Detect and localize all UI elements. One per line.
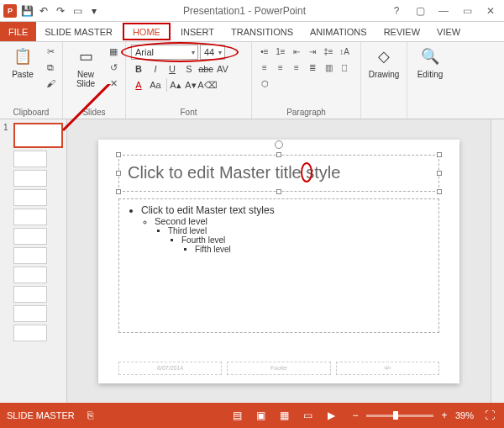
cut-icon[interactable]: ✂ <box>44 45 57 58</box>
layout-thumbnail[interactable] <box>13 286 47 303</box>
editing-button[interactable]: 🔍 Editing <box>412 45 448 79</box>
new-slide-button[interactable]: ▭ New Slide <box>68 45 103 88</box>
justify-button[interactable]: ≣ <box>305 61 320 74</box>
character-spacing-button[interactable]: AV <box>215 62 230 76</box>
tab-insert[interactable]: INSERT <box>172 22 223 41</box>
font-size-value: 44 <box>204 47 214 57</box>
footer-placeholder[interactable]: Footer <box>227 362 330 375</box>
numbering-button[interactable]: 1≡ <box>273 45 288 58</box>
align-right-button[interactable]: ≡ <box>289 61 304 74</box>
delete-icon[interactable]: ✕ <box>107 77 120 90</box>
slide-sorter-view-icon[interactable]: ▦ <box>277 408 292 423</box>
change-case-button[interactable]: Aa <box>148 78 163 92</box>
notes-button-icon[interactable]: ▤ <box>230 408 245 423</box>
shadow-button[interactable]: S <box>181 62 197 76</box>
layout-thumbnail[interactable] <box>13 247 47 264</box>
increase-indent-button[interactable]: ⇥ <box>305 45 320 58</box>
layout-thumbnail[interactable] <box>13 305 47 322</box>
layout-thumbnail[interactable] <box>13 209 47 225</box>
reset-icon[interactable]: ↺ <box>107 61 120 74</box>
grow-font-button[interactable]: A▴ <box>166 78 181 92</box>
window-title: Presentation1 - PowerPoint <box>101 5 388 17</box>
editing-label: Editing <box>417 70 444 79</box>
tab-home[interactable]: HOME <box>123 23 171 40</box>
body-level-1: Click to edit Master text styles <box>141 204 430 216</box>
group-editing: 🔍 Editing <box>407 42 453 119</box>
tab-animations[interactable]: ANIMATIONS <box>302 22 375 41</box>
zoom-in-button[interactable]: + <box>437 408 452 423</box>
layout-thumbnail[interactable] <box>13 325 47 341</box>
align-left-button[interactable]: ≡ <box>257 61 272 74</box>
zoom-slider[interactable] <box>366 415 433 417</box>
convert-smartart-button[interactable]: ⬡ <box>257 77 272 90</box>
help-icon[interactable]: ? <box>388 3 405 19</box>
align-text-button[interactable]: ⎕ <box>337 61 352 74</box>
qat-customize-icon[interactable]: ▾ <box>87 4 101 18</box>
save-icon[interactable]: 💾 <box>20 4 34 18</box>
close-master-view-icon[interactable]: ⎘ <box>83 408 98 423</box>
text-direction-button[interactable]: ↕A <box>337 45 352 58</box>
line-spacing-button[interactable]: ‡≡ <box>321 45 336 58</box>
normal-view-icon[interactable]: ▣ <box>254 408 269 423</box>
bold-button[interactable]: B <box>131 62 146 76</box>
decrease-indent-button[interactable]: ⇤ <box>289 45 304 58</box>
title-placeholder[interactable]: Click to edit Master title style <box>118 155 439 192</box>
vertical-scrollbar[interactable] <box>491 119 504 403</box>
group-font: Arial 44 B I U S abc AV A Aa A▴ A▾ A⌫ Fo… <box>126 42 252 119</box>
master-thumbnail[interactable] <box>13 123 63 148</box>
tab-review[interactable]: REVIEW <box>375 22 428 41</box>
title-bar: P 💾 ↶ ↷ ▭ ▾ Presentation1 - PowerPoint ?… <box>0 0 504 22</box>
redo-icon[interactable]: ↷ <box>54 4 67 18</box>
clipboard-group-label: Clipboard <box>5 106 57 119</box>
group-slides: ▭ New Slide ▦ ↺ ✕ Slides <box>63 42 126 119</box>
format-painter-icon[interactable]: 🖌 <box>44 77 57 90</box>
underline-button[interactable]: U <box>165 62 180 76</box>
ribbon: 📋 Paste ✂ ⧉ 🖌 Clipboard ▭ New Slide ▦ ↺ … <box>0 42 504 119</box>
start-from-beginning-icon[interactable]: ▭ <box>71 4 84 18</box>
layout-icon[interactable]: ▦ <box>107 45 120 58</box>
restore-icon[interactable]: ▭ <box>459 3 475 19</box>
thumb-number: 1 <box>3 123 11 148</box>
clear-formatting-button[interactable]: A⌫ <box>200 78 215 92</box>
rotate-handle-icon[interactable] <box>275 140 283 149</box>
layout-thumbnail[interactable] <box>13 151 47 167</box>
group-drawing: ◇ Drawing <box>361 42 407 119</box>
tab-slide-master[interactable]: SLIDE MASTER <box>36 22 121 41</box>
slide-canvas[interactable]: Click to edit Master title style Click t… <box>67 119 491 403</box>
undo-icon[interactable]: ↶ <box>37 4 50 18</box>
columns-button[interactable]: ▥ <box>321 61 336 74</box>
body-placeholder[interactable]: Click to edit Master text styles Second … <box>118 198 439 333</box>
shrink-font-button[interactable]: A▾ <box>183 78 198 92</box>
date-placeholder[interactable]: 8/07/2014 <box>118 362 222 375</box>
drawing-group-label <box>366 115 402 119</box>
reading-view-icon[interactable]: ▭ <box>301 408 316 423</box>
drawing-button[interactable]: ◇ Drawing <box>366 45 402 79</box>
tab-view[interactable]: VIEW <box>428 22 469 41</box>
paste-button[interactable]: 📋 Paste <box>5 45 40 79</box>
bullets-button[interactable]: •≡ <box>257 45 272 58</box>
slideshow-view-icon[interactable]: ▶ <box>324 408 339 423</box>
ribbon-display-icon[interactable]: ▢ <box>412 3 428 19</box>
italic-button[interactable]: I <box>148 62 163 76</box>
layout-thumbnail[interactable] <box>13 267 47 283</box>
tab-file[interactable]: FILE <box>0 22 36 41</box>
font-color-button[interactable]: A <box>131 78 146 92</box>
minimize-icon[interactable]: — <box>435 3 452 19</box>
slide-number-placeholder[interactable]: ‹#› <box>336 362 439 375</box>
new-slide-icon: ▭ <box>76 45 96 68</box>
tab-transitions[interactable]: TRANSITIONS <box>223 22 302 41</box>
font-name-combo[interactable]: Arial <box>131 45 198 60</box>
fit-to-window-icon[interactable]: ⛶ <box>482 408 497 423</box>
layout-thumbnail[interactable] <box>13 228 47 245</box>
align-center-button[interactable]: ≡ <box>273 61 288 74</box>
layout-thumbnail[interactable] <box>13 170 47 187</box>
slides-group-label: Slides <box>68 106 120 119</box>
zoom-out-button[interactable]: − <box>348 408 363 423</box>
title-placeholder-text: Click to edit Master title style <box>128 163 340 182</box>
status-bar: SLIDE MASTER ⎘ ▤ ▣ ▦ ▭ ▶ − + 39% ⛶ <box>0 403 504 428</box>
copy-icon[interactable]: ⧉ <box>44 61 57 74</box>
strikethrough-button[interactable]: abc <box>198 62 213 76</box>
font-size-combo[interactable]: 44 <box>200 45 225 60</box>
close-icon[interactable]: ✕ <box>482 3 499 19</box>
layout-thumbnail[interactable] <box>13 189 47 206</box>
